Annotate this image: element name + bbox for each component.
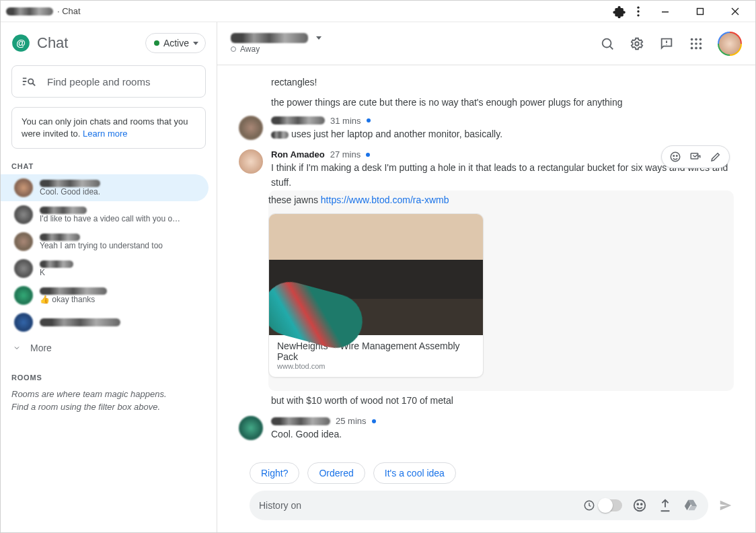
- emoji-icon[interactable]: [632, 497, 648, 513]
- avatar: [14, 205, 33, 224]
- avatar: [239, 416, 263, 440]
- message-thread[interactable]: rectangles! the power things are cute bu…: [217, 65, 755, 458]
- upload-icon[interactable]: [657, 497, 673, 513]
- message-text: Cool. Good idea.: [271, 426, 734, 442]
- rooms-hint: Rooms are where team magic happens. Find…: [9, 386, 209, 415]
- svg-point-18: [700, 46, 702, 49]
- emoji-react-icon[interactable]: [669, 150, 682, 164]
- svg-point-1: [637, 10, 639, 12]
- svg-point-8: [603, 38, 611, 47]
- gear-icon[interactable]: [629, 36, 645, 52]
- link-preview-title: NewHeights™ Wire Management Assembly Pac…: [277, 341, 475, 362]
- link-preview-image: [269, 214, 483, 335]
- chat-list-name-redacted: [40, 180, 100, 187]
- smart-reply-chip[interactable]: Right?: [250, 462, 299, 484]
- link-preview-domain: www.btod.com: [277, 362, 475, 370]
- chat-list-item[interactable]: Cool. Good idea.: [1, 174, 209, 201]
- drive-icon[interactable]: [683, 497, 699, 513]
- kebab-icon[interactable]: [632, 5, 645, 18]
- message: 25 mins Cool. Good idea.: [239, 416, 734, 442]
- presence-status-button[interactable]: Active: [145, 33, 206, 53]
- message-text: these jawns https://www.btod.com/ra-xwmb: [268, 192, 726, 208]
- message-link[interactable]: https://www.btod.com/ra-xwmb: [321, 194, 449, 205]
- svg-point-20: [673, 155, 675, 157]
- account-avatar[interactable]: [718, 32, 742, 56]
- unread-dot-icon: [367, 118, 371, 122]
- message-text: the power things are cute but there is n…: [271, 95, 734, 110]
- window-titlebar: · Chat: [1, 1, 755, 22]
- avatar: [14, 259, 33, 278]
- conversation-panel: Away rectangles! the power things are cu…: [217, 22, 755, 532]
- svg-point-15: [700, 42, 702, 45]
- apps-grid-icon[interactable]: [688, 36, 704, 52]
- window-title-suffix: · Chat: [57, 6, 81, 16]
- message: Ron Amadeo 27 mins I think if I'm making…: [239, 149, 734, 408]
- link-preview-card[interactable]: NewHeights™ Wire Management Assembly Pac…: [268, 213, 484, 378]
- chat-list-preview: Yeah I am trying to understand too: [40, 241, 163, 250]
- history-toggle-switch[interactable]: [598, 499, 622, 511]
- chat-list-item[interactable]: Yeah I am trying to understand too: [9, 228, 209, 255]
- window-maximize-button[interactable]: [685, 2, 715, 21]
- chat-list-item[interactable]: K: [9, 255, 209, 282]
- svg-point-21: [677, 155, 678, 157]
- avatar: [14, 313, 33, 332]
- message-hover-actions: [661, 145, 730, 168]
- sidebar-search-input[interactable]: [11, 65, 206, 98]
- window-minimize-button[interactable]: [650, 2, 680, 21]
- avatar: [239, 149, 263, 174]
- chat-more-toggle[interactable]: More: [9, 336, 209, 356]
- chat-list-name-redacted: [40, 260, 73, 268]
- window-close-button[interactable]: [720, 2, 750, 21]
- avatar: [14, 178, 33, 197]
- forward-icon[interactable]: [689, 150, 702, 164]
- message-text: rectangles!: [271, 75, 734, 90]
- unread-dot-icon: [366, 153, 370, 157]
- svg-point-25: [637, 503, 638, 505]
- sidebar-search-field[interactable]: [46, 75, 196, 88]
- history-toggle[interactable]: [583, 499, 622, 511]
- message-text: uses just her laptop and another monitor…: [271, 126, 734, 142]
- notice-learn-more-link[interactable]: Learn more: [83, 129, 127, 139]
- avatar: [239, 116, 263, 140]
- svg-point-0: [637, 6, 639, 8]
- sidebar: @ Chat Active You can only join c: [1, 22, 217, 532]
- chat-list-item[interactable]: [9, 309, 209, 336]
- chat-list-name-redacted: [40, 234, 80, 241]
- app-brand: @ Chat: [11, 34, 68, 52]
- presence-away-label: Away: [240, 44, 260, 54]
- compose-input[interactable]: History on: [250, 491, 708, 520]
- svg-point-2: [637, 14, 639, 16]
- svg-point-24: [634, 500, 646, 511]
- chat-list-preview: I'd like to have a video call with you o…: [40, 214, 181, 223]
- chat-list-item[interactable]: 👍 okay thanks: [9, 282, 209, 309]
- svg-point-10: [691, 38, 693, 40]
- chevron-down-icon: [193, 42, 198, 45]
- conversation-header: Away: [217, 22, 755, 65]
- avatar: [14, 232, 33, 251]
- message-timestamp: 25 mins: [336, 416, 367, 426]
- conversation-name-button[interactable]: [231, 33, 322, 43]
- svg-rect-4: [697, 8, 704, 14]
- extensions-icon[interactable]: [613, 5, 626, 18]
- svg-rect-3: [662, 11, 669, 13]
- smart-reply-chip[interactable]: It's a cool idea: [373, 462, 456, 484]
- chat-section-label: CHAT: [9, 158, 209, 174]
- svg-point-9: [635, 42, 639, 46]
- unread-dot-icon: [372, 419, 376, 423]
- send-button[interactable]: [718, 497, 734, 513]
- conversation-name-redacted: [231, 33, 308, 43]
- presence-status-label: Active: [163, 38, 189, 48]
- feedback-icon[interactable]: [658, 36, 675, 52]
- chat-list-name-redacted: [40, 207, 87, 214]
- smart-reply-chip[interactable]: Ordered: [307, 462, 365, 484]
- svg-point-26: [641, 503, 642, 505]
- search-icon[interactable]: [599, 36, 615, 52]
- chat-list-preview: Cool. Good idea.: [40, 187, 100, 197]
- svg-point-19: [671, 153, 680, 162]
- edit-icon[interactable]: [709, 150, 722, 164]
- chat-list-preview: K: [40, 268, 73, 277]
- chat-list-item[interactable]: I'd like to have a video call with you o…: [9, 201, 209, 228]
- svg-point-14: [695, 42, 697, 45]
- presence-dot-icon: [154, 40, 159, 46]
- message-timestamp: 27 mins: [330, 149, 361, 159]
